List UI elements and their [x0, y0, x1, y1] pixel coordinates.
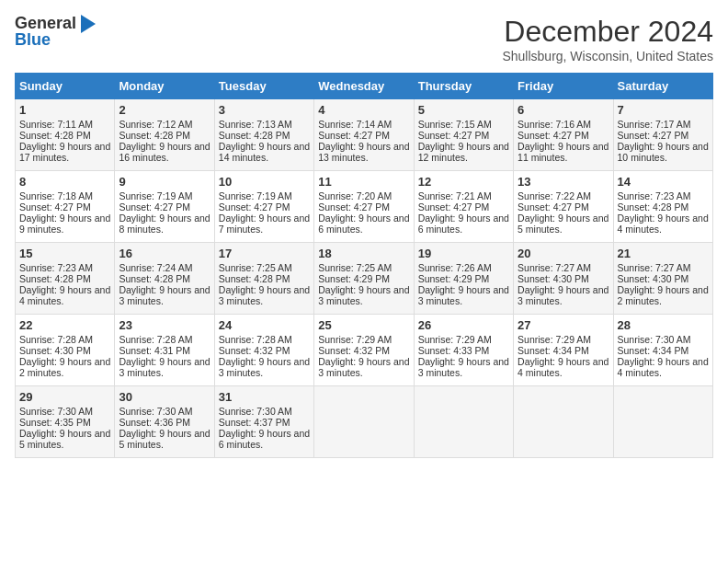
- calendar-cell: 22Sunrise: 7:28 AMSunset: 4:30 PMDayligh…: [16, 315, 115, 386]
- day-number: 14: [618, 175, 709, 189]
- calendar-cell: 10Sunrise: 7:19 AMSunset: 4:27 PMDayligh…: [214, 171, 313, 243]
- daylight: Daylight: 9 hours and 3 minutes.: [119, 284, 210, 306]
- sunrise: Sunrise: 7:11 AM: [19, 119, 93, 130]
- sunset: Sunset: 4:27 PM: [518, 201, 589, 213]
- daylight: Daylight: 9 hours and 4 minutes.: [618, 213, 709, 235]
- calendar-cell: 6Sunrise: 7:16 AMSunset: 4:27 PMDaylight…: [514, 99, 613, 171]
- sunrise: Sunrise: 7:23 AM: [618, 190, 691, 201]
- day-number: 13: [518, 175, 609, 189]
- calendar-cell: 13Sunrise: 7:22 AMSunset: 4:27 PMDayligh…: [514, 171, 613, 243]
- day-number: 28: [618, 318, 709, 332]
- sunset: Sunset: 4:27 PM: [318, 130, 390, 141]
- daylight: Daylight: 9 hours and 4 minutes.: [518, 356, 609, 378]
- sunset: Sunset: 4:28 PM: [219, 273, 290, 284]
- sunrise: Sunrise: 7:29 AM: [418, 334, 492, 345]
- daylight: Daylight: 9 hours and 4 minutes.: [19, 284, 110, 306]
- calendar-cell: [514, 386, 613, 458]
- sunrise: Sunrise: 7:25 AM: [219, 262, 292, 273]
- sunrise: Sunrise: 7:27 AM: [618, 262, 691, 273]
- location: Shullsburg, Wisconsin, United States: [502, 49, 713, 63]
- calendar-cell: 8Sunrise: 7:18 AMSunset: 4:27 PMDaylight…: [16, 171, 115, 243]
- sunrise: Sunrise: 7:22 AM: [518, 190, 591, 201]
- daylight: Daylight: 9 hours and 3 minutes.: [318, 356, 409, 378]
- sunrise: Sunrise: 7:15 AM: [418, 119, 492, 130]
- daylight: Daylight: 9 hours and 16 minutes.: [119, 141, 210, 163]
- sunset: Sunset: 4:28 PM: [219, 130, 290, 141]
- month-title: December 2024: [502, 15, 713, 49]
- calendar-cell: 3Sunrise: 7:13 AMSunset: 4:28 PMDaylight…: [214, 99, 313, 171]
- week-row-5: 29Sunrise: 7:30 AMSunset: 4:35 PMDayligh…: [16, 386, 713, 458]
- calendar-cell: 12Sunrise: 7:21 AMSunset: 4:27 PMDayligh…: [414, 171, 513, 243]
- daylight: Daylight: 9 hours and 3 minutes.: [418, 356, 509, 378]
- daylight: Daylight: 9 hours and 4 minutes.: [618, 356, 709, 378]
- header-saturday: Saturday: [613, 74, 712, 99]
- daylight: Daylight: 9 hours and 6 minutes.: [219, 428, 310, 450]
- logo: General Blue: [15, 15, 96, 50]
- calendar-cell: 2Sunrise: 7:12 AMSunset: 4:28 PMDaylight…: [115, 99, 214, 171]
- sunset: Sunset: 4:29 PM: [318, 273, 390, 284]
- sunset: Sunset: 4:27 PM: [518, 130, 589, 141]
- sunrise: Sunrise: 7:29 AM: [518, 334, 591, 345]
- calendar-cell: 9Sunrise: 7:19 AMSunset: 4:27 PMDaylight…: [115, 171, 214, 243]
- calendar-cell: 27Sunrise: 7:29 AMSunset: 4:34 PMDayligh…: [514, 315, 613, 386]
- calendar-cell: [314, 386, 414, 458]
- sunset: Sunset: 4:30 PM: [19, 345, 91, 356]
- daylight: Daylight: 9 hours and 11 minutes.: [518, 141, 609, 163]
- sunset: Sunset: 4:27 PM: [318, 201, 390, 213]
- calendar-cell: 15Sunrise: 7:23 AMSunset: 4:28 PMDayligh…: [16, 243, 115, 315]
- daylight: Daylight: 9 hours and 3 minutes.: [219, 284, 310, 306]
- day-number: 22: [19, 318, 110, 332]
- day-number: 9: [119, 175, 210, 189]
- daylight: Daylight: 9 hours and 10 minutes.: [618, 141, 709, 163]
- sunset: Sunset: 4:35 PM: [19, 417, 91, 428]
- week-row-1: 1Sunrise: 7:11 AMSunset: 4:28 PMDaylight…: [16, 99, 713, 171]
- daylight: Daylight: 9 hours and 12 minutes.: [418, 141, 509, 163]
- day-number: 29: [19, 390, 110, 404]
- sunset: Sunset: 4:29 PM: [418, 273, 490, 284]
- calendar-cell: 1Sunrise: 7:11 AMSunset: 4:28 PMDaylight…: [16, 99, 115, 171]
- calendar-cell: 18Sunrise: 7:25 AMSunset: 4:29 PMDayligh…: [314, 243, 414, 315]
- day-number: 3: [219, 103, 310, 117]
- sunrise: Sunrise: 7:28 AM: [219, 334, 292, 345]
- sunrise: Sunrise: 7:27 AM: [518, 262, 591, 273]
- calendar-cell: 7Sunrise: 7:17 AMSunset: 4:27 PMDaylight…: [613, 99, 712, 171]
- title-block: December 2024 Shullsburg, Wisconsin, Uni…: [502, 15, 713, 63]
- daylight: Daylight: 9 hours and 14 minutes.: [219, 141, 310, 163]
- sunset: Sunset: 4:28 PM: [19, 130, 91, 141]
- daylight: Daylight: 9 hours and 5 minutes.: [518, 213, 609, 235]
- sunrise: Sunrise: 7:14 AM: [318, 119, 392, 130]
- calendar-cell: [414, 386, 513, 458]
- sunrise: Sunrise: 7:12 AM: [119, 119, 192, 130]
- daylight: Daylight: 9 hours and 2 minutes.: [19, 356, 110, 378]
- sunrise: Sunrise: 7:30 AM: [119, 406, 192, 417]
- calendar-cell: 28Sunrise: 7:30 AMSunset: 4:34 PMDayligh…: [613, 315, 712, 386]
- calendar-cell: 14Sunrise: 7:23 AMSunset: 4:28 PMDayligh…: [613, 171, 712, 243]
- sunset: Sunset: 4:36 PM: [119, 417, 190, 428]
- daylight: Daylight: 9 hours and 3 minutes.: [518, 284, 609, 306]
- daylight: Daylight: 9 hours and 3 minutes.: [418, 284, 509, 306]
- sunset: Sunset: 4:27 PM: [119, 201, 190, 213]
- sunset: Sunset: 4:34 PM: [618, 345, 689, 356]
- day-number: 24: [219, 318, 310, 332]
- day-number: 31: [219, 390, 310, 404]
- day-number: 5: [418, 103, 509, 117]
- sunset: Sunset: 4:28 PM: [618, 201, 689, 213]
- calendar-cell: 30Sunrise: 7:30 AMSunset: 4:36 PMDayligh…: [115, 386, 214, 458]
- day-number: 10: [219, 175, 310, 189]
- header-tuesday: Tuesday: [214, 74, 313, 99]
- daylight: Daylight: 9 hours and 2 minutes.: [618, 284, 709, 306]
- daylight: Daylight: 9 hours and 6 minutes.: [318, 213, 409, 235]
- calendar-cell: 5Sunrise: 7:15 AMSunset: 4:27 PMDaylight…: [414, 99, 513, 171]
- sunset: Sunset: 4:27 PM: [219, 201, 290, 213]
- sunrise: Sunrise: 7:13 AM: [219, 119, 292, 130]
- sunset: Sunset: 4:33 PM: [418, 345, 490, 356]
- header-monday: Monday: [115, 74, 214, 99]
- calendar-cell: 26Sunrise: 7:29 AMSunset: 4:33 PMDayligh…: [414, 315, 513, 386]
- day-number: 16: [119, 247, 210, 260]
- daylight: Daylight: 9 hours and 8 minutes.: [119, 213, 210, 235]
- calendar-table: SundayMondayTuesdayWednesdayThursdayFrid…: [15, 73, 713, 458]
- day-number: 19: [418, 247, 509, 260]
- day-number: 12: [418, 175, 509, 189]
- week-row-3: 15Sunrise: 7:23 AMSunset: 4:28 PMDayligh…: [16, 243, 713, 315]
- day-number: 1: [19, 103, 110, 117]
